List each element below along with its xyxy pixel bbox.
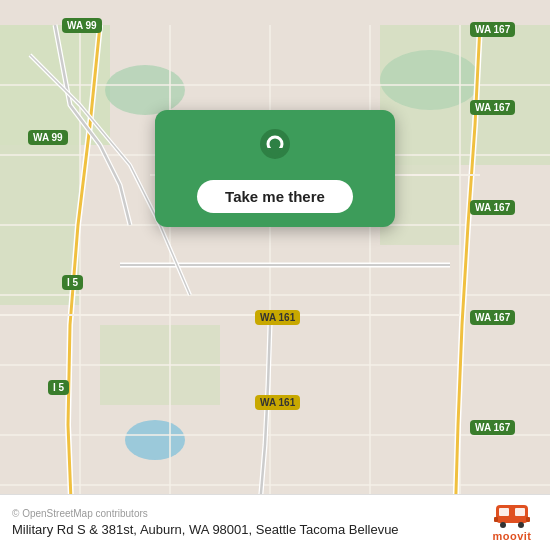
take-me-there-button[interactable]: Take me there xyxy=(197,180,353,213)
svg-point-6 xyxy=(380,50,480,110)
bottom-bar: © OpenStreetMap contributors Military Rd… xyxy=(0,494,550,550)
svg-rect-29 xyxy=(499,508,509,516)
route-badge-wa167-r1: WA 167 xyxy=(470,100,515,115)
svg-rect-30 xyxy=(515,508,525,516)
route-badge-i5-2: I 5 xyxy=(48,380,69,395)
svg-rect-34 xyxy=(526,517,530,522)
address-text: Military Rd S & 381st, Auburn, WA 98001,… xyxy=(12,522,399,537)
route-badge-wa99-top: WA 99 xyxy=(62,18,102,33)
bottom-left-info: © OpenStreetMap contributors Military Rd… xyxy=(12,508,399,537)
route-badge-wa167-top-right: WA 167 xyxy=(470,22,515,37)
copyright-text: © OpenStreetMap contributors xyxy=(12,508,399,519)
svg-point-5 xyxy=(105,65,185,115)
route-badge-i5-1: I 5 xyxy=(62,275,83,290)
route-badge-wa167-r4: WA 167 xyxy=(470,420,515,435)
svg-point-31 xyxy=(500,522,506,528)
route-badge-wa99-mid: WA 99 xyxy=(28,130,68,145)
svg-point-8 xyxy=(125,420,185,460)
map-container: Take me there © OpenStreetMap contributo… xyxy=(0,0,550,550)
route-badge-wa161-mid: WA 161 xyxy=(255,310,300,325)
moovit-logo: moovit xyxy=(486,503,538,542)
svg-rect-33 xyxy=(494,517,498,522)
popup-card: Take me there xyxy=(155,110,395,227)
moovit-label: moovit xyxy=(492,530,531,542)
map-background xyxy=(0,0,550,550)
location-pin-icon xyxy=(253,126,297,170)
route-badge-wa167-r3: WA 167 xyxy=(470,310,515,325)
route-badge-wa167-r2: WA 167 xyxy=(470,200,515,215)
svg-point-32 xyxy=(518,522,524,528)
route-badge-wa161-bot: WA 161 xyxy=(255,395,300,410)
moovit-bus-icon xyxy=(494,503,530,529)
